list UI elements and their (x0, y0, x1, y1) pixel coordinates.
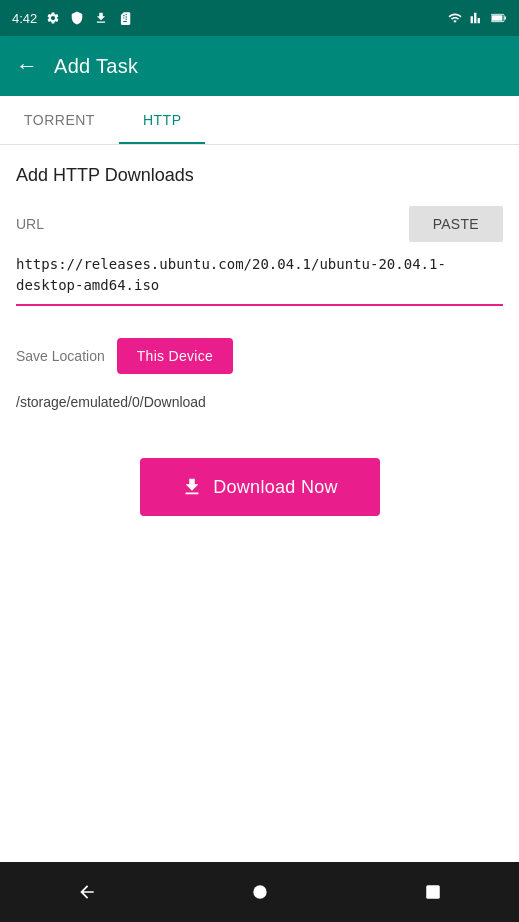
paste-button[interactable]: Paste (409, 206, 503, 242)
save-path: /storage/emulated/0/Download (16, 386, 503, 418)
download-now-button[interactable]: Download Now (140, 458, 380, 516)
this-device-button[interactable]: This Device (117, 338, 233, 374)
save-location-row: Save Location This Device (16, 338, 503, 374)
status-left: 4:42 (12, 10, 133, 26)
status-right (447, 10, 507, 26)
download-button-label: Download Now (213, 477, 338, 498)
content-area: TORRENT HTTP Add HTTP Downloads URL Past… (0, 96, 519, 862)
svg-rect-1 (504, 16, 505, 20)
url-input[interactable] (16, 250, 503, 306)
tab-torrent[interactable]: TORRENT (0, 96, 119, 144)
url-label: URL (16, 216, 44, 232)
shield-icon (69, 10, 85, 26)
wifi-icon (447, 10, 463, 26)
save-location-label: Save Location (16, 348, 105, 364)
app-bar-title: Add Task (54, 55, 138, 78)
tab-http[interactable]: HTTP (119, 96, 206, 144)
download-status-icon (93, 10, 109, 26)
nav-back-button[interactable] (67, 872, 107, 912)
svg-rect-2 (492, 15, 503, 21)
app-bar: ← Add Task (0, 36, 519, 96)
battery-icon (491, 10, 507, 26)
svg-point-3 (253, 885, 266, 898)
main-content: Add HTTP Downloads URL Paste Save Locati… (0, 145, 519, 862)
download-icon (181, 476, 203, 498)
time-display: 4:42 (12, 11, 37, 26)
svg-rect-4 (426, 885, 440, 899)
bottom-nav (0, 862, 519, 922)
status-bar: 4:42 (0, 0, 519, 36)
signal-icon (469, 10, 485, 26)
settings-icon (45, 10, 61, 26)
back-button[interactable]: ← (16, 53, 38, 79)
sim-icon (117, 10, 133, 26)
nav-recents-button[interactable] (413, 872, 453, 912)
url-row: URL Paste (16, 206, 503, 242)
section-title: Add HTTP Downloads (16, 165, 503, 186)
nav-home-button[interactable] (240, 872, 280, 912)
tabs-container: TORRENT HTTP (0, 96, 519, 145)
